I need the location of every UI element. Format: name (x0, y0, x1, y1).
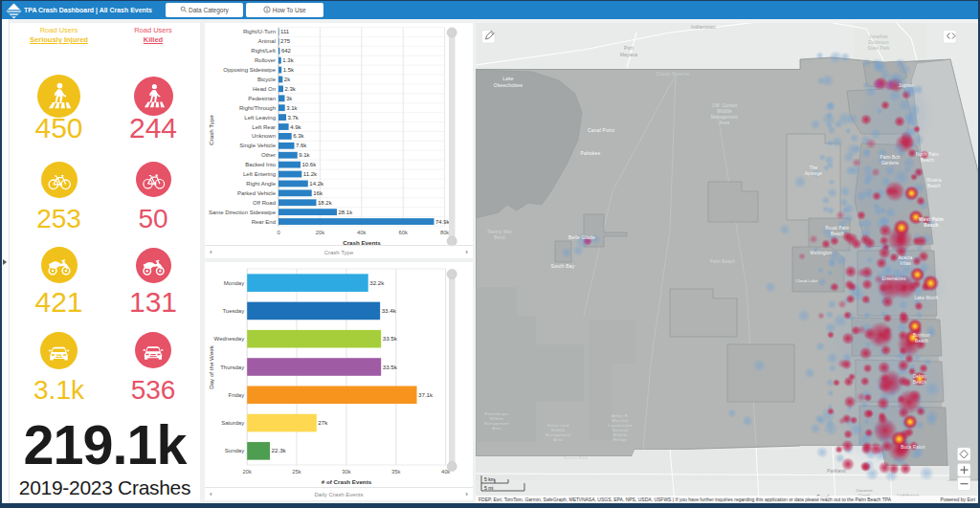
svg-text:Bicycle: Bicycle (257, 77, 277, 82)
svg-text:Beach: Beach (924, 223, 938, 228)
svg-text:7.6k: 7.6k (296, 143, 307, 148)
svg-text:Rollover: Rollover (255, 57, 276, 63)
svg-text:Acreage: Acreage (805, 171, 822, 176)
svg-text:111: 111 (280, 29, 290, 34)
svg-text:60k: 60k (399, 230, 408, 235)
svg-text:Delray: Delray (913, 374, 927, 379)
svg-text:Unknown: Unknown (252, 133, 276, 139)
svg-text:40k: 40k (357, 230, 366, 235)
svg-text:Acacia: Acacia (899, 255, 913, 260)
svg-text:Cloud Lake: Cloud Lake (795, 278, 818, 283)
svg-text:West Palm: West Palm (919, 217, 944, 222)
svg-text:North Palm: North Palm (916, 152, 940, 157)
svg-text:25k: 25k (292, 469, 301, 475)
svg-text:Area: Area (720, 121, 730, 125)
svg-text:Belle Glade: Belle Glade (568, 234, 595, 240)
svg-text:Lake: Lake (502, 76, 514, 81)
svg-text:Area: Area (553, 437, 563, 442)
svg-text:Saturday: Saturday (221, 420, 244, 426)
svg-text:Left Leaving: Left Leaving (244, 115, 276, 121)
svg-text:Gardens: Gardens (881, 161, 900, 166)
svg-text:10.6k: 10.6k (302, 162, 318, 167)
svg-text:28.1k: 28.1k (338, 210, 353, 215)
svg-text:0: 0 (277, 230, 279, 235)
svg-text:3.7k: 3.7k (288, 115, 300, 121)
svg-text:Thursday: Thursday (220, 364, 244, 370)
svg-text:18.2k: 18.2k (318, 200, 333, 206)
svg-text:Beach: Beach (913, 380, 926, 385)
svg-text:Tuesday: Tuesday (222, 308, 244, 314)
svg-text:Head On: Head On (253, 86, 276, 92)
svg-text:Right/Left: Right/Left (251, 48, 276, 54)
svg-text:Canal Point: Canal Point (588, 127, 614, 133)
svg-text:27k: 27k (318, 419, 328, 426)
svg-text:Villas: Villas (900, 261, 911, 266)
svg-text:The: The (810, 166, 818, 170)
svg-text:J.W. Corbett: J.W. Corbett (711, 103, 738, 108)
svg-text:32.2k: 32.2k (369, 279, 385, 286)
svg-text:State Park: State Park (867, 46, 890, 51)
svg-text:Lake Worth: Lake Worth (915, 296, 939, 300)
svg-text:Left Rear: Left Rear (252, 124, 276, 130)
svg-text:Area: Area (492, 426, 501, 431)
svg-text:Rear End: Rear End (252, 219, 276, 225)
svg-text:Boynton: Boynton (913, 333, 930, 338)
svg-text:5 mi: 5 mi (484, 485, 493, 491)
svg-text:Pahokee: Pahokee (580, 150, 600, 156)
svg-text:Sunrise Blvd: Sunrise Blvd (564, 455, 588, 460)
svg-text:3.1k: 3.1k (286, 105, 298, 111)
svg-text:22.3k: 22.3k (272, 447, 287, 453)
svg-text:Dickinson: Dickinson (868, 40, 889, 45)
svg-text:5 km: 5 km (484, 476, 495, 482)
svg-text:2.3k: 2.3k (284, 86, 296, 92)
svg-text:Wellington: Wellington (811, 251, 833, 255)
svg-text:20k: 20k (243, 469, 252, 475)
svg-text:Monday: Monday (224, 280, 244, 286)
svg-text:Parked Vehicle: Parked Vehicle (237, 190, 277, 196)
svg-text:Friday: Friday (229, 392, 245, 398)
svg-text:Jupiter: Jupiter (899, 82, 915, 88)
svg-text:Boca Raton: Boca Raton (901, 445, 925, 450)
svg-text:33.5k: 33.5k (383, 335, 398, 342)
svg-text:Parkland: Parkland (827, 469, 846, 474)
svg-text:80k: 80k (440, 230, 449, 235)
svg-text:Beach: Beach (927, 184, 941, 188)
svg-text:Okeechobee: Okeechobee (494, 82, 523, 88)
svg-text:Jonathan: Jonathan (869, 34, 888, 39)
svg-text:Other: Other (261, 152, 276, 158)
svg-text:Port: Port (624, 45, 634, 51)
svg-text:Animal: Animal (258, 38, 276, 44)
svg-text:Riviera: Riviera (926, 178, 942, 183)
svg-text:Wildlife: Wildlife (717, 109, 732, 114)
svg-text:Right/Through: Right/Through (239, 105, 276, 111)
svg-text:1.5k: 1.5k (283, 67, 295, 73)
svg-text:16k: 16k (313, 190, 323, 196)
svg-text:Palm Bch: Palm Bch (880, 155, 901, 160)
svg-text:Beach: Beach (831, 232, 844, 236)
svg-text:Right Angle: Right Angle (246, 181, 276, 187)
svg-text:Right/U-Turn: Right/U-Turn (243, 29, 276, 34)
svg-text:Mayaca: Mayaca (620, 52, 638, 57)
svg-text:Day of the Week: Day of the Week (208, 344, 214, 389)
svg-text:Crash Type: Crash Type (208, 115, 214, 145)
svg-text:Beach: Beach (915, 339, 928, 343)
svg-text:Same Direction Sideswipe: Same Direction Sideswipe (209, 210, 277, 215)
svg-text:Greenacres: Greenacres (881, 276, 906, 281)
svg-text:Management: Management (711, 115, 739, 120)
svg-text:3k: 3k (286, 96, 293, 101)
svg-text:6.3k: 6.3k (293, 133, 304, 139)
svg-text:74.9k: 74.9k (435, 219, 451, 225)
svg-text:Pedestrian: Pedestrian (248, 96, 276, 101)
svg-text:Royal Palm: Royal Palm (825, 226, 849, 231)
svg-text:Opposing Sideswipe: Opposing Sideswipe (223, 67, 276, 73)
svg-text:Palm Beach: Palm Beach (710, 259, 736, 264)
svg-text:Sunday: Sunday (225, 448, 244, 453)
svg-text:642: 642 (281, 48, 292, 54)
svg-text:37.1k: 37.1k (418, 391, 434, 398)
svg-text:9.1k: 9.1k (299, 152, 310, 158)
svg-text:30k: 30k (342, 469, 350, 475)
svg-text:Indiantown: Indiantown (691, 24, 716, 30)
svg-text:4.9k: 4.9k (290, 124, 301, 130)
svg-text:14.2k: 14.2k (309, 181, 324, 187)
svg-text:Single Vehicle: Single Vehicle (239, 143, 276, 148)
